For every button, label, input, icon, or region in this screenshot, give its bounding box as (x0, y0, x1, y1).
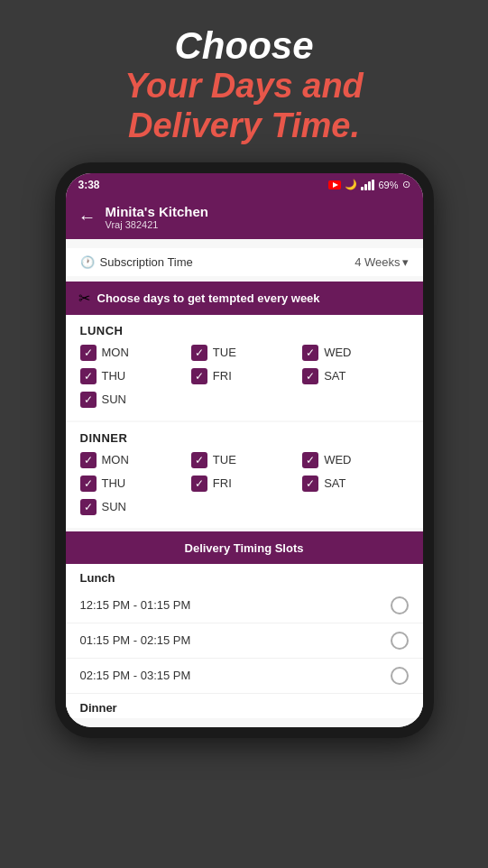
dinner-fri-checkbox[interactable]: ✓ (191, 476, 207, 492)
dinner-mon-checkbox[interactable]: ✓ (80, 452, 97, 468)
subscription-label: 🕐 Subscription Time (80, 255, 193, 269)
dinner-wed[interactable]: ✓ WED (302, 452, 408, 468)
dinner-fri[interactable]: ✓ FRI (191, 476, 297, 492)
choose-days-text: Choose days to get tempted every week (97, 291, 320, 305)
status-bar: 3:38 🌙 69% ⊙ (66, 173, 423, 197)
subscription-row: 🕐 Subscription Time 4 Weeks ▾ (66, 248, 423, 276)
dinner-wed-checkbox[interactable]: ✓ (302, 452, 318, 468)
dropdown-arrow-icon: ▾ (402, 255, 409, 269)
timing-row-2[interactable]: 01:15 PM - 02:15 PM (66, 623, 423, 659)
dinner-sun-checkbox[interactable]: ✓ (80, 499, 97, 515)
header-subtext: Your Days and Delivery Time. (124, 67, 364, 145)
dinner-tue-label: TUE (213, 453, 236, 466)
screen-content: 🕐 Subscription Time 4 Weeks ▾ ✂ Choose d… (66, 239, 423, 727)
dinner-sun-label: SUN (102, 500, 126, 513)
dinner-mon-label: MON (102, 453, 129, 466)
battery-circle-icon: ⊙ (402, 179, 410, 190)
subscription-value[interactable]: 4 Weeks ▾ (354, 255, 408, 269)
dinner-mon[interactable]: ✓ MON (80, 452, 186, 468)
nav-title-main: Minita's Kitchen (106, 204, 208, 219)
delivery-dinner-category: Dinner (66, 694, 423, 718)
lunch-sun-checkbox[interactable]: ✓ (80, 392, 97, 408)
scissors-icon: ✂ (78, 290, 90, 307)
lunch-wed-checkbox[interactable]: ✓ (302, 345, 318, 361)
dinner-tue[interactable]: ✓ TUE (191, 452, 297, 468)
dinner-thu[interactable]: ✓ THU (80, 476, 186, 492)
choose-days-header: ✂ Choose days to get tempted every week (66, 282, 423, 315)
delivery-header: Delivery Timing Slots (66, 531, 423, 564)
battery-text: 69% (378, 180, 398, 190)
dinner-sat[interactable]: ✓ SAT (302, 476, 408, 492)
dinner-sat-checkbox[interactable]: ✓ (302, 476, 318, 492)
lunch-sat[interactable]: ✓ SAT (302, 368, 408, 384)
lunch-fri-checkbox[interactable]: ✓ (191, 368, 207, 384)
timing-text-2: 01:15 PM - 02:15 PM (80, 633, 191, 647)
radio-2[interactable] (391, 632, 409, 650)
lunch-sun[interactable]: ✓ SUN (80, 392, 186, 408)
delivery-section: Delivery Timing Slots Lunch 12:15 PM - 0… (66, 531, 423, 718)
lunch-title: LUNCH (80, 324, 409, 337)
header-choose: Choose (124, 25, 364, 67)
signal-icon (361, 180, 374, 190)
clock-icon: 🕐 (80, 255, 95, 269)
dinner-thu-label: THU (102, 476, 126, 490)
lunch-fri-label: FRI (213, 369, 232, 383)
header-section: Choose Your Days and Delivery Time. (106, 0, 382, 162)
dinner-sat-label: SAT (324, 476, 345, 490)
youtube-status-icon (328, 180, 341, 189)
lunch-mon[interactable]: ✓ MON (80, 345, 186, 361)
dinner-sun[interactable]: ✓ SUN (80, 499, 186, 515)
lunch-thu-checkbox[interactable]: ✓ (80, 368, 97, 384)
dinner-thu-checkbox[interactable]: ✓ (80, 476, 97, 492)
lunch-mon-checkbox[interactable]: ✓ (80, 345, 97, 361)
timing-text-1: 12:15 PM - 01:15 PM (80, 598, 191, 612)
nav-bar: ← Minita's Kitchen Vraj 382421 (66, 197, 423, 239)
timing-row-3[interactable]: 02:15 PM - 03:15 PM (66, 659, 423, 694)
lunch-days-grid: ✓ MON ✓ TUE ✓ WED ✓ THU (80, 345, 409, 408)
lunch-section: LUNCH ✓ MON ✓ TUE ✓ WED ✓ (66, 315, 423, 420)
lunch-mon-label: MON (102, 346, 129, 359)
timing-row-1[interactable]: 12:15 PM - 01:15 PM (66, 588, 423, 623)
nav-title-group: Minita's Kitchen Vraj 382421 (106, 204, 208, 230)
lunch-tue-label: TUE (213, 346, 236, 359)
delivery-header-text: Delivery Timing Slots (185, 541, 304, 555)
lunch-wed[interactable]: ✓ WED (302, 345, 408, 361)
dinner-fri-label: FRI (213, 476, 232, 490)
dinner-title: DINNER (80, 431, 409, 445)
status-time: 3:38 (78, 179, 100, 191)
dinner-wed-label: WED (324, 453, 351, 466)
delivery-lunch-category: Lunch (66, 564, 423, 588)
lunch-sun-label: SUN (102, 392, 126, 406)
phone-screen: 3:38 🌙 69% ⊙ ← Minita's Kitchen Vraj 382… (66, 173, 423, 727)
dinner-tue-checkbox[interactable]: ✓ (191, 452, 207, 468)
dinner-section: DINNER ✓ MON ✓ TUE ✓ WED ✓ (66, 422, 423, 528)
lunch-thu-label: THU (102, 369, 126, 383)
lunch-sat-checkbox[interactable]: ✓ (302, 368, 318, 384)
lunch-sat-label: SAT (324, 369, 345, 383)
lunch-tue[interactable]: ✓ TUE (191, 345, 297, 361)
timing-text-3: 02:15 PM - 03:15 PM (80, 669, 191, 682)
status-right: 🌙 69% ⊙ (328, 179, 410, 190)
phone-wrapper: 3:38 🌙 69% ⊙ ← Minita's Kitchen Vraj 382… (55, 162, 434, 738)
back-button[interactable]: ← (78, 207, 97, 227)
radio-1[interactable] (391, 596, 409, 614)
lunch-thu[interactable]: ✓ THU (80, 368, 186, 384)
subscription-label-text: Subscription Time (100, 255, 193, 269)
lunch-fri[interactable]: ✓ FRI (191, 368, 297, 384)
dinner-days-grid: ✓ MON ✓ TUE ✓ WED ✓ THU (80, 452, 409, 515)
lunch-tue-checkbox[interactable]: ✓ (191, 345, 207, 361)
radio-3[interactable] (391, 667, 409, 685)
nav-title-sub: Vraj 382421 (106, 219, 208, 230)
moon-icon: 🌙 (345, 179, 357, 190)
lunch-wed-label: WED (324, 346, 351, 359)
